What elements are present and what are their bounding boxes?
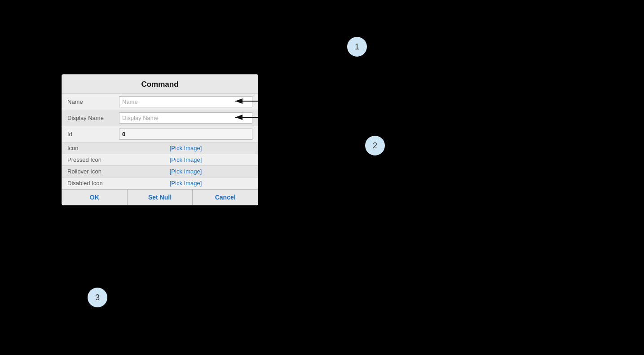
- badge-1: 1: [347, 37, 367, 57]
- disabled-icon-pick-link[interactable]: [Pick Image]: [119, 180, 252, 186]
- display-name-row: Display Name: [62, 110, 258, 126]
- name-row: Name: [62, 94, 258, 110]
- cancel-button[interactable]: Cancel: [193, 190, 258, 205]
- icon-pick-link[interactable]: [Pick Image]: [119, 145, 252, 151]
- rollover-icon-pick-link[interactable]: [Pick Image]: [119, 168, 252, 175]
- icon-row: Icon [Pick Image]: [62, 142, 258, 154]
- id-label: Id: [67, 131, 119, 138]
- disabled-icon-row: Disabled Icon [Pick Image]: [62, 178, 258, 189]
- id-input[interactable]: [119, 129, 252, 140]
- dialog-title: Command: [62, 75, 258, 94]
- id-row: Id: [62, 126, 258, 142]
- command-dialog: Command Name Display Name: [62, 74, 258, 205]
- display-name-input[interactable]: [119, 112, 252, 124]
- badge-2: 2: [365, 136, 385, 155]
- ok-button[interactable]: OK: [62, 190, 128, 205]
- pressed-icon-row: Pressed Icon [Pick Image]: [62, 154, 258, 166]
- dialog-body: Name Display Name: [62, 94, 258, 189]
- disabled-icon-label: Disabled Icon: [67, 180, 119, 186]
- rollover-icon-label: Rollover Icon: [67, 168, 119, 175]
- icon-label: Icon: [67, 145, 119, 151]
- pressed-icon-label: Pressed Icon: [67, 156, 119, 163]
- rollover-icon-row: Rollover Icon [Pick Image]: [62, 166, 258, 178]
- name-input[interactable]: [119, 96, 252, 107]
- dialog-footer: OK Set Null Cancel: [62, 189, 258, 205]
- set-null-button[interactable]: Set Null: [128, 190, 193, 205]
- name-label: Name: [67, 98, 119, 105]
- pressed-icon-pick-link[interactable]: [Pick Image]: [119, 156, 252, 163]
- badge-3: 3: [88, 288, 107, 307]
- display-name-label: Display Name: [67, 115, 119, 121]
